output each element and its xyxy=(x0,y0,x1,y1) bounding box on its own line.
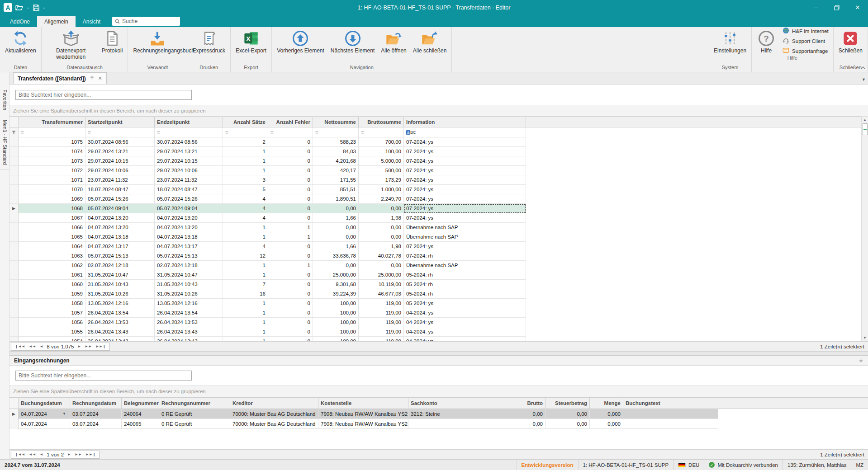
grid-cell[interactable]: 1059 xyxy=(19,289,85,299)
grid-cell[interactable]: 100,00 xyxy=(313,337,359,341)
grid-cell[interactable]: 31.05.2024 10:43 xyxy=(155,280,223,289)
grid-cell[interactable]: 1062 xyxy=(19,261,85,270)
pager-first-icon[interactable]: ❙◄◄ xyxy=(15,452,25,456)
filter-cell-transfernummer[interactable]: = xyxy=(19,127,85,137)
grid-cell[interactable]: 4.201,68 xyxy=(313,156,359,166)
pager-next-page-icon[interactable]: ►► xyxy=(85,344,92,348)
grid-cell[interactable]: 07-2024: ys xyxy=(404,194,526,204)
schliessen-button[interactable]: Schließen xyxy=(835,28,866,64)
grid-cell[interactable]: 29.07.2024 10:06 xyxy=(85,166,155,175)
column-header-nettosumme[interactable]: Nettosumme xyxy=(313,117,359,127)
grid-cell[interactable]: 0 RE Geprüft xyxy=(159,419,230,429)
alle-oeffnen-button[interactable]: Alle öffnen xyxy=(378,28,410,64)
grid-cell[interactable]: 04.07.2024 13:20 xyxy=(155,213,223,223)
grid-cell[interactable]: 29.07.2024 10:06 xyxy=(155,166,223,175)
column-header-kreditor[interactable]: Kreditor xyxy=(230,398,318,409)
ribbon-tab-allgemein[interactable]: Allgemein xyxy=(37,16,76,27)
grid-cell[interactable]: 05-2024: ys xyxy=(404,299,526,308)
equals-filter-icon[interactable]: = xyxy=(157,130,160,135)
grid-cell[interactable]: 04-2024: ys xyxy=(404,308,526,318)
column-header-menge[interactable]: Menge xyxy=(590,398,623,409)
equals-filter-icon[interactable]: = xyxy=(361,130,364,135)
table-row[interactable]: 106031.05.2024 10:4331.05.2024 10:43709.… xyxy=(9,280,868,289)
column-header-brutto[interactable]: Brutto xyxy=(501,398,545,409)
chevron-down-icon[interactable]: ⌄ xyxy=(43,5,46,9)
pager-prev-icon[interactable]: ◄ xyxy=(39,452,43,456)
equals-filter-icon[interactable]: = xyxy=(315,130,318,135)
minimize-button[interactable]: – xyxy=(806,0,826,15)
grid-cell[interactable]: 1 xyxy=(223,147,268,156)
grid-cell[interactable]: 1 xyxy=(223,337,268,341)
grid-cell[interactable]: 7 xyxy=(223,280,268,289)
grid-cell[interactable]: 0 RE Geprüft xyxy=(159,409,230,419)
grid-cell[interactable]: 4 xyxy=(223,213,268,223)
grid-cell[interactable]: 0,00 xyxy=(313,261,359,270)
column-header-anzahl-fehler[interactable]: Anzahl Fehler xyxy=(268,117,313,127)
grid-cell[interactable]: 07-2024: ys xyxy=(404,175,526,185)
equals-filter-icon[interactable]: = xyxy=(270,130,274,135)
grid-cell[interactable]: 1 xyxy=(223,261,268,270)
pager-first-icon[interactable]: ❙◄◄ xyxy=(15,344,25,348)
grid-cell[interactable]: 46.677,03 xyxy=(359,289,404,299)
column-header-sachkonto[interactable]: Sachkonto xyxy=(408,398,501,409)
grid-cell[interactable]: 3212: Steine xyxy=(408,409,501,419)
grid-cell[interactable]: 0 xyxy=(268,194,313,204)
grid-cell[interactable]: 26.04.2024 13:43 xyxy=(85,337,155,341)
grid-cell[interactable]: 30.07.2024 08:56 xyxy=(85,137,155,147)
grid-cell[interactable]: 31.05.2024 10:47 xyxy=(155,270,223,280)
grid-cell[interactable]: 1063 xyxy=(19,251,85,261)
grid-cell[interactable]: 26.04.2024 13:53 xyxy=(155,318,223,327)
grid-cell[interactable]: 04.07.2024▼ xyxy=(19,409,70,419)
pin-icon[interactable] xyxy=(859,357,863,364)
grid-cell[interactable]: 04.07.2024 xyxy=(19,419,70,429)
grid-cell[interactable]: 0,00 xyxy=(501,419,545,429)
grid-cell[interactable]: 1 xyxy=(223,232,268,242)
grid-cell[interactable]: 1.000,00 xyxy=(359,185,404,194)
table-row[interactable]: 105931.05.2024 10:2631.05.2024 10:261603… xyxy=(9,289,868,299)
supportanfrage-button[interactable]: Supportanfrage xyxy=(783,47,829,55)
grid-cell[interactable]: 1 xyxy=(223,270,268,280)
tab-list-dropdown-icon[interactable]: ▼ xyxy=(862,77,866,82)
excel-export-button[interactable]: XExcel-Export xyxy=(232,28,270,64)
grid-cell[interactable]: 03.07.2024 xyxy=(70,409,122,419)
close-window-button[interactable]: ✕ xyxy=(847,0,868,15)
grid-cell[interactable]: 0 xyxy=(268,242,313,251)
grid-cell[interactable] xyxy=(623,409,718,419)
grid-cell[interactable]: 0 xyxy=(268,270,313,280)
filter-cell-anzahl-fehler[interactable]: = xyxy=(268,127,313,137)
grid-cell[interactable]: 1067 xyxy=(19,213,85,223)
column-header-buchungstext[interactable]: Buchungstext xyxy=(623,398,718,409)
table-row[interactable]: 105526.04.2024 13:4326.04.2024 13:431010… xyxy=(9,327,868,337)
grid-cell[interactable]: 07-2024: ys xyxy=(404,204,526,213)
grid-cell[interactable]: 0 xyxy=(268,204,313,213)
grid-cell[interactable]: 240064 xyxy=(122,409,159,419)
pager-prev-page-icon[interactable]: ◄◄ xyxy=(29,452,36,456)
grid-cell[interactable]: 05.07.2024 15:13 xyxy=(85,251,155,261)
grid-cell[interactable]: 1 xyxy=(268,232,313,242)
grid-cell[interactable]: 07-2024: ys xyxy=(404,156,526,166)
vorheriges-element-button[interactable]: Vorheriges Element xyxy=(274,28,327,64)
pager-last-icon[interactable]: ►►❙ xyxy=(95,344,106,348)
pager-prev-page-icon[interactable]: ◄◄ xyxy=(29,344,36,348)
equals-filter-icon[interactable]: = xyxy=(225,130,228,135)
grid-cell[interactable]: 1073 xyxy=(19,156,85,166)
grid-cell[interactable]: 1074 xyxy=(19,147,85,156)
table-row[interactable]: 106504.07.2024 13:1804.07.2024 13:18110,… xyxy=(9,232,868,242)
grid-cell[interactable]: 1.890,51 xyxy=(313,194,359,204)
grid-cell[interactable]: 40.027,78 xyxy=(359,251,404,261)
grid-cell[interactable]: 04.07.2024 13:20 xyxy=(155,223,223,232)
grid-cell[interactable]: Übernahme nach SAP xyxy=(404,261,526,270)
pin-icon[interactable] xyxy=(90,75,95,81)
grid-cell[interactable]: 4 xyxy=(223,242,268,251)
grid-cell[interactable]: 1 xyxy=(223,327,268,337)
grid-cell[interactable]: 2 xyxy=(223,137,268,147)
grid-cell[interactable]: 0 xyxy=(268,299,313,308)
grid-cell[interactable]: 03.07.2024 xyxy=(70,419,122,429)
grid-cell[interactable]: 0 xyxy=(268,280,313,289)
table-row[interactable]: ▶04.07.2024▼03.07.20242400640 RE Geprüft… xyxy=(9,409,868,419)
grid-cell[interactable]: 18.07.2024 08:47 xyxy=(85,185,155,194)
hilfe-button[interactable]: ?Hilfe xyxy=(754,28,779,55)
grid-cell[interactable]: 7908: Neubau RW/AW Kanalbau YS2 xyxy=(318,419,408,429)
table-row[interactable]: 107123.07.2024 11:3223.07.2024 11:323017… xyxy=(9,175,868,185)
vertical-scrollbar[interactable]: ▲ ▼ xyxy=(861,117,868,341)
